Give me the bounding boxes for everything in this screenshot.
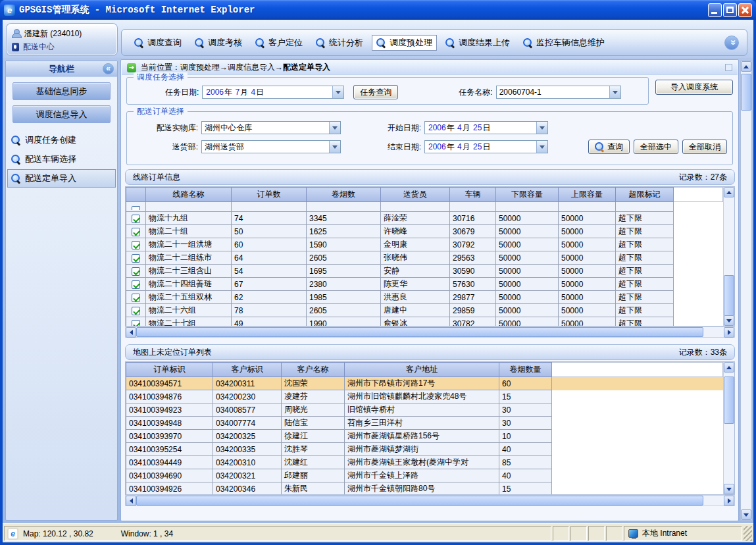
scroll-up-button[interactable] bbox=[741, 61, 751, 72]
table-row[interactable]: 物流二十一组洪塘601590金明康307925000050000超下限 bbox=[126, 238, 723, 251]
column-header[interactable]: 客户名称 bbox=[282, 363, 345, 377]
scroll-left-button[interactable] bbox=[126, 496, 136, 506]
sidebar-section-1[interactable]: 调度信息导入 bbox=[13, 105, 111, 123]
row-checkbox[interactable] bbox=[132, 241, 140, 249]
route-table-hscrollbar[interactable] bbox=[125, 326, 735, 338]
table-row[interactable]: 034100394690034200321邱建丽湖州市千金镇上泽路40 bbox=[126, 469, 723, 482]
delivery-dept-select[interactable]: 湖州送货部 bbox=[201, 140, 341, 153]
toolbar-item-0[interactable]: 调度查询 bbox=[130, 35, 186, 51]
unlocated-table-hscrollbar[interactable] bbox=[125, 495, 735, 506]
dropdown-arrow-icon[interactable] bbox=[332, 86, 343, 98]
maximize-button[interactable] bbox=[723, 3, 737, 17]
row-checkbox[interactable] bbox=[132, 280, 140, 289]
toolbar-item-2[interactable]: 客户定位 bbox=[251, 35, 307, 51]
start-date-select[interactable]: 2006年 4月 25日 bbox=[424, 121, 548, 134]
select-all-button[interactable]: 全部选中 bbox=[634, 140, 678, 154]
resize-grip[interactable] bbox=[743, 526, 752, 541]
dropdown-arrow-icon[interactable] bbox=[609, 86, 620, 98]
row-checkbox[interactable] bbox=[132, 254, 140, 263]
dropdown-arrow-icon[interactable] bbox=[536, 141, 547, 153]
table-row[interactable]: 物流二十四组善琏672380陈更华576305000050000超下限 bbox=[126, 278, 723, 291]
deselect-all-button[interactable]: 全部取消 bbox=[682, 140, 727, 154]
page-vscrollbar[interactable] bbox=[740, 61, 752, 521]
scroll-thumb[interactable] bbox=[136, 496, 703, 506]
row-checkbox[interactable] bbox=[132, 228, 140, 236]
scroll-thumb[interactable] bbox=[741, 74, 751, 111]
scroll-right-button[interactable] bbox=[724, 496, 734, 506]
table-row[interactable]: 物流二十七组491990俞银冰307825000050000超下限 bbox=[126, 317, 723, 326]
column-header[interactable]: 车辆 bbox=[450, 188, 496, 202]
row-checkbox[interactable] bbox=[132, 294, 140, 302]
table-row[interactable]: 物流二十组501625许晓峰306795000050000超下限 bbox=[126, 225, 723, 238]
toolbar-item-1[interactable]: 调度考核 bbox=[190, 35, 247, 51]
scroll-thumb[interactable] bbox=[724, 275, 734, 316]
row-checkbox[interactable] bbox=[132, 215, 140, 223]
sidebar-collapse-button[interactable]: « bbox=[103, 63, 114, 74]
query-button[interactable]: 查询 bbox=[588, 140, 630, 154]
table-row[interactable]: 物流十九组743345薛淦荣307165000050000超下限 bbox=[126, 212, 723, 225]
scroll-thumb[interactable] bbox=[724, 376, 734, 424]
scroll-down-button[interactable] bbox=[741, 509, 751, 520]
column-header[interactable]: 订单标识 bbox=[126, 363, 213, 377]
toolbar-item-3[interactable]: 统计分析 bbox=[311, 35, 368, 51]
row-checkbox[interactable] bbox=[132, 307, 140, 315]
sidebar-link-1[interactable]: 配送车辆选择 bbox=[7, 150, 116, 169]
close-button[interactable] bbox=[738, 3, 752, 17]
table-row[interactable]: 034100395254034200335沈胜琴湖州市菱湖镇梦湖街40 bbox=[126, 443, 723, 456]
unlocated-table-vscrollbar[interactable] bbox=[723, 362, 734, 494]
warehouse-select[interactable]: 湖州中心仓库 bbox=[201, 121, 341, 134]
scroll-right-button[interactable] bbox=[724, 327, 734, 338]
sidebar-link-2[interactable]: 配送定单导入 bbox=[7, 169, 116, 188]
toolbar-item-4[interactable]: 调度预处理 bbox=[372, 35, 437, 51]
dropdown-arrow-icon[interactable] bbox=[329, 141, 340, 153]
column-header[interactable]: 卷烟数 bbox=[307, 188, 381, 202]
table-row[interactable]: 034100394571034200311沈国荣湖州市下昂镇市河路17号60 bbox=[126, 377, 723, 390]
cell-upper: 50000 bbox=[559, 212, 616, 225]
task-date-select[interactable]: 2006年 7月 4日 bbox=[202, 86, 344, 99]
table-row[interactable]: 物流二十二组练市642605张晓伟295635000050000超下限 bbox=[126, 251, 723, 265]
column-header[interactable]: 客户标识 bbox=[213, 363, 282, 377]
dropdown-arrow-icon[interactable] bbox=[536, 122, 547, 134]
scroll-down-button[interactable] bbox=[724, 315, 734, 326]
dropdown-arrow-icon[interactable] bbox=[329, 122, 340, 134]
table-row[interactable]: 034100394948034007774陆信宝苕南乡三田洋村30 bbox=[126, 417, 723, 430]
column-header[interactable]: 卷烟数量 bbox=[499, 363, 552, 377]
scroll-up-button[interactable] bbox=[724, 362, 734, 373]
cell-route: 物流二十二组练市 bbox=[146, 251, 232, 265]
pane-restore-box[interactable] bbox=[725, 64, 732, 71]
end-date-select[interactable]: 2006年 4月 25日 bbox=[424, 140, 548, 153]
column-header[interactable]: 订单数 bbox=[232, 188, 307, 202]
column-header[interactable]: 上限容量 bbox=[559, 188, 616, 202]
scroll-down-button[interactable] bbox=[724, 484, 734, 494]
row-checkbox[interactable] bbox=[132, 320, 140, 326]
scroll-up-button[interactable] bbox=[724, 187, 734, 197]
title-bar[interactable]: e GPSGIS管理系统 - Microsoft Internet Explor… bbox=[0, 0, 756, 20]
toolbar-expand-button[interactable]: « bbox=[724, 36, 739, 50]
column-header[interactable]: 超限标记 bbox=[616, 188, 674, 202]
sidebar-link-0[interactable]: 调度任务创建 bbox=[7, 131, 116, 149]
table-row[interactable]: 物流二十五组双林621985洪惠良298775000050000超下限 bbox=[126, 291, 723, 304]
table-row[interactable]: 034100394923034008577周晓光旧馆镇寺桥村30 bbox=[126, 403, 723, 417]
column-header[interactable]: 下限容量 bbox=[496, 188, 559, 202]
column-header[interactable]: 线路名称 bbox=[146, 188, 232, 202]
column-header[interactable]: 客户地址 bbox=[345, 363, 499, 377]
scroll-left-button[interactable] bbox=[126, 327, 136, 338]
table-row[interactable]: 物流二十三组含山541695安静305905000050000超下限 bbox=[126, 265, 723, 278]
table-row[interactable]: 034100394449034200310沈建红湖州市菱湖镇王家墩村(菱湖中学对… bbox=[126, 456, 723, 469]
toolbar-item-6[interactable]: 监控车辆信息维护 bbox=[518, 35, 609, 51]
minimize-button[interactable] bbox=[708, 3, 722, 17]
row-checkbox[interactable] bbox=[132, 267, 140, 276]
task-name-select[interactable]: 20060704-1 bbox=[496, 86, 621, 99]
content-pane: ➔ 当前位置：调度预处理→调度信息导入→配送定单导入 调度任务选择 任务日期: … bbox=[120, 59, 739, 521]
table-row[interactable]: 034100394876034200230凌建芬湖州市旧馆镇麒麟村北凌家兜48号… bbox=[126, 390, 723, 403]
sidebar-section-0[interactable]: 基础信息同步 bbox=[13, 82, 111, 100]
import-to-dispatch-button[interactable]: 导入调度系统 bbox=[655, 80, 733, 95]
table-row[interactable]: 034100393970034200325徐建江湖州市菱湖镇星桥路156号10 bbox=[126, 430, 723, 443]
route-table-vscrollbar[interactable] bbox=[723, 187, 734, 326]
toolbar-item-5[interactable]: 调度结果上传 bbox=[441, 35, 515, 51]
column-header[interactable]: 送货员 bbox=[381, 188, 450, 202]
table-row[interactable]: 物流二十六组782605唐建中298595000050000超下限 bbox=[126, 304, 723, 317]
scroll-thumb[interactable] bbox=[136, 327, 703, 337]
task-query-button[interactable]: 任务查询 bbox=[353, 85, 398, 99]
table-row[interactable]: 034100394926034200346朱新民湖州市千金镇朝阳路80号15 bbox=[126, 482, 723, 495]
